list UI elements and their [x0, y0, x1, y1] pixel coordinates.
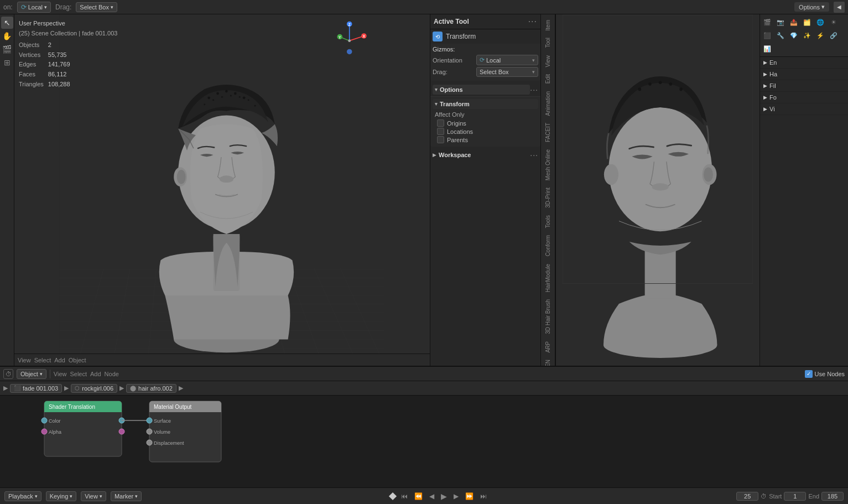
camera-tool-icon[interactable]: 🎬 — [1, 43, 13, 55]
bottom-bar: Playback Keying View Marker ⏮ ⏪ ◀ ▶ ▶ ⏩ … — [0, 487, 848, 504]
origins-checkbox[interactable] — [437, 119, 444, 127]
svg-point-48 — [348, 39, 351, 42]
transform-header[interactable]: ▾ Transform — [433, 99, 538, 109]
particles-icon[interactable]: ✨ — [801, 29, 813, 41]
orientation-dropdown[interactable]: ⟳ Local — [17, 2, 51, 13]
material-icon[interactable]: 💎 — [788, 29, 800, 41]
tab-view[interactable]: View — [543, 52, 553, 71]
select-tool-icon[interactable]: ↖ — [1, 17, 13, 29]
section-fil-header[interactable]: ▶ Fil — [760, 80, 848, 91]
current-frame-input[interactable] — [736, 492, 758, 501]
svg-point-26 — [234, 92, 237, 95]
jump-start-btn[interactable]: ⏮ — [400, 491, 409, 501]
breadcrumb-item1[interactable]: ⬛ fade 001.003 — [10, 384, 62, 393]
step-back-btn[interactable]: ⏪ — [413, 491, 424, 501]
start-frame-input[interactable] — [784, 492, 806, 501]
keying-dropdown[interactable]: Keying — [46, 491, 77, 501]
svg-point-54 — [638, 88, 642, 91]
use-nodes-checkbox[interactable]: ✓ — [805, 370, 813, 378]
tab-conform[interactable]: Conform — [543, 232, 553, 259]
section-fo-header[interactable]: ▶ Fo — [760, 92, 848, 103]
output-properties-icon[interactable]: 📤 — [788, 16, 800, 28]
section-en: ▶ En — [760, 57, 848, 69]
tab-tool[interactable]: Tool — [543, 34, 553, 51]
step-fwd-btn[interactable]: ⏩ — [464, 491, 475, 501]
node-node-btn[interactable]: Node — [105, 371, 119, 377]
end-frame-input[interactable] — [821, 492, 844, 501]
view-dropdown[interactable]: View — [81, 491, 106, 501]
view-layer-icon[interactable]: 🗂️ — [801, 16, 813, 28]
node-select-btn[interactable]: Select — [70, 371, 87, 377]
tab-tools[interactable]: Tools — [543, 212, 553, 231]
playback-dropdown[interactable]: Playback — [4, 491, 41, 501]
workspace-row[interactable]: ▶ Workspace ··· — [430, 149, 540, 161]
timeline-range: ⏱ Start End — [736, 492, 844, 501]
locations-checkbox[interactable] — [437, 128, 444, 135]
tab-mesh-online[interactable]: Mesh Online — [543, 146, 553, 184]
tab-3dprint[interactable]: 3D-Print — [543, 184, 553, 211]
timeline-icon[interactable]: ⏱ — [3, 369, 13, 379]
play-btn[interactable]: ▶ — [440, 491, 448, 502]
marker-dropdown[interactable]: Marker — [111, 491, 142, 501]
left-tool-sidebar: ↖ ✋ 🎬 ⊞ — [0, 14, 14, 366]
grid-tool-icon[interactable]: ⊞ — [1, 56, 13, 69]
fps-icon: ⏱ — [761, 493, 767, 500]
node-add-btn[interactable]: Add — [90, 371, 101, 377]
section-en-header[interactable]: ▶ En — [760, 57, 848, 68]
drag-dropdown[interactable]: Select Box — [76, 2, 117, 12]
parents-checkbox[interactable] — [437, 136, 444, 143]
render-properties-icon[interactable]: 📷 — [774, 16, 787, 28]
options-header[interactable]: ▾ Options — [433, 85, 530, 95]
jump-end-btn[interactable]: ⏭ — [479, 491, 488, 501]
section-ha-header[interactable]: ▶ Ha — [760, 69, 848, 80]
viewport-select-menu[interactable]: Select — [34, 357, 51, 363]
svg-point-83 — [147, 440, 152, 445]
tab-animation[interactable]: Animation — [543, 88, 553, 119]
viewport-object-menu[interactable]: Object — [69, 357, 86, 363]
step-fwd-frame-btn[interactable]: ▶ — [452, 491, 460, 501]
physics-icon[interactable]: ⚡ — [814, 29, 826, 41]
options-button[interactable]: Options ▾ — [794, 2, 829, 12]
scene-properties-icon[interactable]: 🎬 — [761, 16, 773, 28]
use-nodes-toggle[interactable]: ✓ Use Nodes — [805, 370, 845, 378]
tab-arp[interactable]: ARP — [543, 338, 553, 356]
main-viewport[interactable]: User Perspective (25) Scene Collection |… — [14, 14, 430, 366]
keyframe-indicator[interactable] — [389, 492, 397, 500]
tab-3dhairbrush[interactable]: 3D Hair Brush — [543, 296, 553, 337]
object-icon[interactable]: ⬛ — [761, 29, 773, 41]
scene-icon[interactable]: 🌐 — [814, 16, 826, 28]
breadcrumb-item3[interactable]: ⬤ hair afro.002 — [126, 384, 176, 393]
node-canvas[interactable]: Shader Translation Color Alpha Material … — [0, 396, 848, 487]
left-viewport[interactable]: ↖ ✋ 🎬 ⊞ User Perspective (25) Scene Coll… — [0, 14, 430, 366]
viewport-bottom-bar: View Select Add Object — [14, 354, 430, 366]
collapse-right-btn[interactable]: ◀ — [834, 2, 845, 13]
node-view-btn[interactable]: View — [54, 371, 67, 377]
step-back-frame-btn[interactable]: ◀ — [428, 491, 435, 501]
drag-value[interactable]: Select Box ▾ — [476, 67, 538, 77]
right-viewport[interactable] — [555, 14, 759, 366]
sidebar-tabs: Item Tool View Edit Animation FACEIT Mes… — [540, 14, 555, 366]
locations-checkbox-row: Locations — [433, 128, 538, 135]
modifier-icon[interactable]: 🔧 — [774, 29, 787, 41]
object-dropdown[interactable]: Object — [17, 369, 46, 379]
svg-point-33 — [248, 99, 249, 101]
data-icon[interactable]: 📊 — [761, 43, 773, 55]
section-vi-header[interactable]: ▶ Vi — [760, 103, 848, 115]
gizmos-body: Gizmos: Orientation ⟳ Local ▾ Drag: — [430, 44, 540, 81]
viewport-view-menu[interactable]: View — [18, 357, 31, 363]
viewport-add-menu[interactable]: Add — [54, 357, 65, 363]
world-icon[interactable]: ☀ — [828, 16, 840, 28]
svg-point-57 — [669, 82, 673, 86]
breadcrumb-arrow1[interactable]: ▶ — [3, 385, 8, 392]
move-tool-icon[interactable]: ✋ — [1, 30, 13, 42]
tab-item[interactable]: Item — [543, 17, 553, 34]
tab-hairmodule[interactable]: HairModule — [543, 261, 553, 295]
tab-edit[interactable]: Edit — [543, 71, 553, 87]
svg-point-79 — [147, 418, 152, 423]
tab-faceit[interactable]: FACEIT — [543, 119, 553, 146]
breadcrumb-item2[interactable]: ⬡ rockgirl.006 — [71, 384, 117, 393]
constraint-icon[interactable]: 🔗 — [828, 29, 840, 41]
orientation-value[interactable]: ⟳ Local ▾ — [476, 55, 538, 65]
tab-bgen[interactable]: BGEN — [543, 356, 553, 366]
breadcrumb-arrow2[interactable]: ▶ — [179, 385, 183, 392]
